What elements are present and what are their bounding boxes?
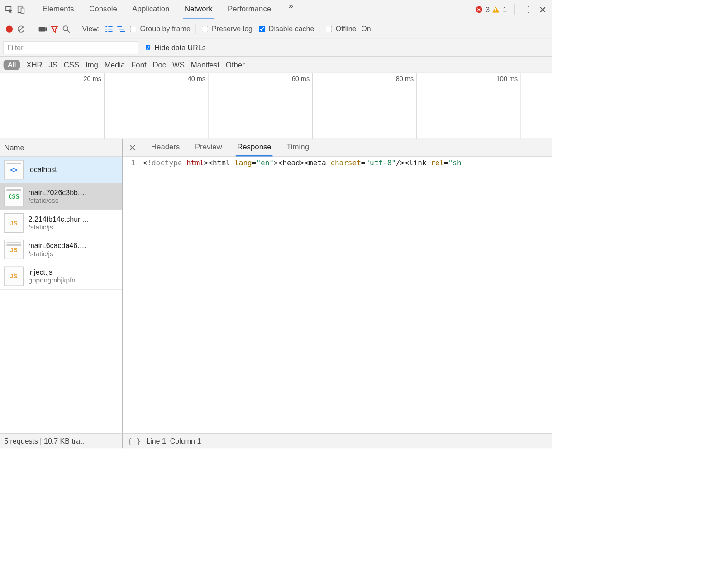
main-split: Name <>localhostCSSmain.7026c3bb.…/stati… [0, 139, 552, 433]
group-by-frame-label: Group by frame [140, 25, 191, 33]
preserve-log-checkbox[interactable]: Preserve log [200, 25, 252, 33]
request-name: inject.js [29, 268, 83, 276]
svg-rect-2 [21, 8, 24, 13]
type-xhr[interactable]: XHR [26, 60, 42, 69]
css-file-icon: CSS [4, 187, 24, 206]
close-detail-icon[interactable] [128, 139, 137, 157]
divider [32, 23, 32, 34]
more-tabs-icon[interactable]: » [285, 0, 297, 12]
type-css[interactable]: CSS [64, 60, 80, 69]
cursor-position: Line 1, Column 1 [146, 437, 201, 445]
request-path: /static/js [29, 250, 87, 258]
detail-tabs: Headers Preview Response Timing [123, 139, 552, 157]
preserve-log-label: Preserve log [212, 25, 252, 33]
inspect-element-icon[interactable] [4, 4, 15, 15]
js-file-icon: JS [4, 213, 24, 233]
tab-network[interactable]: Network [183, 0, 214, 19]
tab-performance[interactable]: Performance [226, 0, 272, 19]
request-path: /static/css [29, 196, 87, 205]
svg-point-6 [63, 26, 68, 31]
disable-cache-checkbox[interactable]: Disable cache [257, 25, 314, 33]
request-row[interactable]: JSmain.6cacda46.…/static/js [0, 236, 122, 263]
divider [77, 23, 77, 34]
group-by-frame-checkbox[interactable]: Group by frame [129, 25, 190, 33]
group-by-frame-input[interactable] [130, 26, 136, 32]
response-body[interactable]: 1 <!doctype html><html lang="en"><head><… [123, 157, 552, 433]
waterfall-view-icon[interactable] [115, 23, 127, 35]
filter-row: Hide data URLs [0, 38, 552, 57]
pretty-print-icon[interactable]: { } [128, 437, 141, 445]
js-file-icon: JS [4, 240, 24, 259]
large-rows-icon[interactable] [103, 23, 115, 35]
divider [195, 23, 195, 34]
divider [319, 23, 319, 34]
request-list-pane: Name <>localhostCSSmain.7026c3bb.…/stati… [0, 139, 123, 433]
panel-tabs: Elements Console Application Network Per… [41, 0, 476, 19]
close-devtools-icon[interactable] [537, 4, 548, 15]
filter-icon[interactable] [49, 23, 61, 35]
resource-type-filter: All XHR JS CSS Img Media Font Doc WS Man… [0, 57, 552, 73]
request-list-header[interactable]: Name [0, 139, 122, 157]
offline-input[interactable] [326, 26, 332, 32]
capture-screenshots-icon[interactable] [37, 23, 49, 35]
divider [514, 4, 515, 15]
request-row[interactable]: <>localhost [0, 157, 122, 183]
type-media[interactable]: Media [105, 60, 125, 69]
type-img[interactable]: Img [86, 60, 98, 69]
request-path: /static/js [29, 223, 89, 231]
warnings-count: 1 [503, 5, 507, 14]
preserve-log-input[interactable] [202, 26, 208, 32]
svg-marker-5 [46, 27, 47, 31]
type-font[interactable]: Font [131, 60, 147, 69]
record-icon[interactable] [4, 23, 15, 35]
timeline-tick: 40 ms [188, 75, 205, 83]
filter-input[interactable] [4, 41, 138, 54]
kebab-menu-icon[interactable]: ⋮ [522, 4, 534, 15]
request-name: 2.214fb14c.chun… [29, 215, 89, 223]
type-ws[interactable]: WS [172, 60, 185, 69]
divider [32, 4, 32, 15]
html-file-icon: <> [4, 160, 24, 180]
type-all[interactable]: All [4, 60, 20, 70]
timeline-tick: 100 ms [496, 75, 518, 83]
disable-cache-label: Disable cache [269, 25, 314, 33]
online-select[interactable]: On [361, 25, 371, 33]
type-js[interactable]: JS [48, 60, 57, 69]
detail-tab-response[interactable]: Response [236, 139, 273, 157]
request-name: main.7026c3bb.… [29, 188, 87, 196]
detail-tab-timing[interactable]: Timing [285, 139, 310, 157]
request-name: main.6cacda46.… [29, 241, 87, 249]
search-icon[interactable] [60, 23, 72, 35]
request-row[interactable]: JSinject.jsgppongmhjkpfn… [0, 263, 122, 290]
request-path: gppongmhjkpfn… [29, 276, 83, 284]
request-row[interactable]: JS2.214fb14c.chun…/static/js [0, 210, 122, 237]
hide-data-urls-checkbox[interactable]: Hide data URLs [144, 43, 206, 52]
status-summary: 5 requests | 10.7 KB tra… [0, 434, 123, 449]
timeline-tick: 20 ms [84, 75, 101, 83]
warnings-icon[interactable] [492, 6, 499, 12]
disable-cache-input[interactable] [259, 26, 265, 32]
hide-data-urls-input[interactable] [146, 45, 150, 50]
type-manifest[interactable]: Manifest [191, 60, 219, 69]
view-label: View: [82, 25, 100, 33]
tab-application[interactable]: Application [131, 0, 171, 19]
timeline-overview[interactable]: 20 ms 40 ms 60 ms 80 ms 100 ms [0, 73, 552, 139]
tab-console[interactable]: Console [88, 0, 119, 19]
offline-checkbox[interactable]: Offline [324, 25, 357, 33]
request-row[interactable]: CSSmain.7026c3bb.…/static/css [0, 183, 122, 210]
detail-tab-preview[interactable]: Preview [194, 139, 224, 157]
clear-icon[interactable] [15, 23, 27, 35]
detail-tab-headers[interactable]: Headers [150, 139, 181, 157]
response-code: <!doctype html><html lang="en"><head><me… [139, 157, 462, 433]
tab-elements[interactable]: Elements [41, 0, 76, 19]
offline-label: Offline [336, 25, 357, 33]
type-other[interactable]: Other [226, 60, 245, 69]
errors-icon[interactable] [476, 6, 482, 13]
devtools-tab-bar: Elements Console Application Network Per… [0, 0, 552, 19]
js-file-icon: JS [4, 267, 24, 286]
type-doc[interactable]: Doc [152, 60, 166, 69]
request-list: <>localhostCSSmain.7026c3bb.…/static/css… [0, 157, 122, 433]
status-bar: 5 requests | 10.7 KB tra… { } Line 1, Co… [0, 433, 552, 449]
toggle-device-icon[interactable] [15, 4, 27, 15]
request-detail-pane: Headers Preview Response Timing 1 <!doct… [123, 139, 552, 433]
